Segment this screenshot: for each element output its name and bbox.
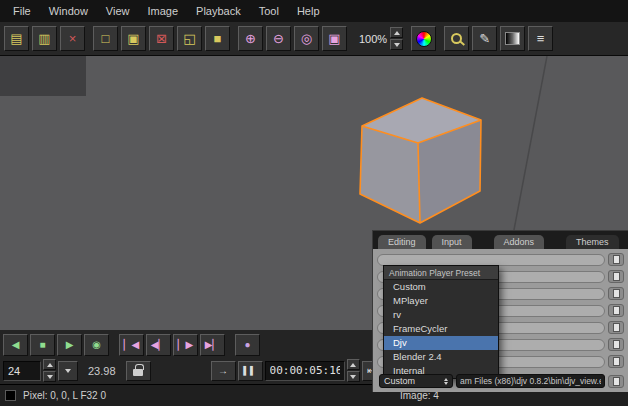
player-row: Custom bbox=[379, 374, 624, 388]
in-out-button[interactable]: ● bbox=[235, 334, 260, 356]
path-folder-button[interactable] bbox=[608, 375, 624, 388]
folder-button[interactable] bbox=[608, 287, 624, 300]
player-type-select[interactable]: Custom bbox=[379, 374, 453, 388]
frame-spinner-down[interactable] bbox=[43, 371, 56, 382]
zoom-level: 100% bbox=[359, 33, 387, 45]
preset-option-mplayer[interactable]: MPlayer bbox=[384, 294, 498, 308]
folder-button[interactable] bbox=[608, 304, 624, 317]
open-recent-icon: ▥ bbox=[38, 32, 50, 45]
player-path-field[interactable] bbox=[456, 374, 605, 388]
tab-addons[interactable]: Addons bbox=[494, 235, 545, 249]
preset-option-framecycler[interactable]: FrameCycler bbox=[384, 322, 498, 336]
file-button-group: ▤ ▥ × bbox=[4, 26, 85, 51]
prev-frame-button[interactable]: ◀▏ bbox=[146, 334, 171, 356]
zoom-reset-icon: ◎ bbox=[301, 32, 312, 45]
zoom-spinner-down[interactable] bbox=[390, 39, 403, 50]
menu-tool[interactable]: Tool bbox=[250, 2, 288, 20]
enum-arrows-icon bbox=[444, 378, 448, 385]
fullscreen-button[interactable]: ■ bbox=[205, 26, 230, 51]
timecode-spinner-up[interactable] bbox=[347, 359, 360, 370]
preset-option-custom[interactable]: Custom bbox=[384, 280, 498, 294]
view-zoom-in-button[interactable]: ⊕ bbox=[238, 26, 263, 51]
menu-view[interactable]: View bbox=[97, 2, 139, 20]
pause-button[interactable]: ▌▌ bbox=[238, 361, 263, 381]
timecode-spinner-down[interactable] bbox=[347, 371, 360, 382]
timecode-field[interactable] bbox=[265, 361, 345, 381]
zoom-in-icon: ⊕ bbox=[245, 32, 256, 45]
open-recent-button[interactable]: ▥ bbox=[32, 26, 57, 51]
end-frame-button[interactable]: ▶▏ bbox=[200, 334, 225, 356]
pixel-color-swatch bbox=[5, 390, 16, 401]
stop-icon: ■ bbox=[39, 340, 45, 350]
folder-button[interactable] bbox=[608, 338, 624, 351]
loop-icon: ◉ bbox=[92, 340, 101, 350]
tab-input[interactable]: Input bbox=[432, 235, 472, 249]
frame-field[interactable] bbox=[3, 361, 41, 381]
preferences-panel: Editing Input Addons Themes Animation Pl… bbox=[372, 230, 628, 392]
duplicate-window-icon: ▣ bbox=[127, 32, 139, 45]
loop-button[interactable]: ◉ bbox=[84, 334, 109, 356]
pixel-info-label: Pixel: 0, 0, L F32 0 bbox=[23, 390, 106, 401]
preset-dropdown: Animation Player Preset Custom MPlayer r… bbox=[383, 265, 499, 379]
open-file-button[interactable]: ▤ bbox=[4, 26, 29, 51]
folder-button[interactable] bbox=[608, 355, 624, 368]
fps-menu-button[interactable] bbox=[58, 361, 78, 381]
preset-option-rv[interactable]: rv bbox=[384, 308, 498, 322]
color-picker-button[interactable]: ✎ bbox=[472, 26, 497, 51]
color-picker-icon: ✎ bbox=[479, 32, 490, 45]
color-wheel-icon bbox=[416, 31, 432, 47]
menu-help[interactable]: Help bbox=[288, 2, 329, 20]
menu-window[interactable]: Window bbox=[40, 2, 97, 20]
tab-themes[interactable]: Themes bbox=[566, 235, 619, 249]
preset-option-djv[interactable]: Djv bbox=[384, 336, 498, 350]
folder-button[interactable] bbox=[608, 321, 624, 334]
menu-image[interactable]: Image bbox=[139, 2, 188, 20]
play-button[interactable]: ▶ bbox=[57, 334, 82, 356]
tab-editing[interactable]: Editing bbox=[378, 235, 426, 249]
fit-window-button[interactable]: ◱ bbox=[177, 26, 202, 51]
file-icon bbox=[613, 306, 620, 315]
zoom-spinner-up[interactable] bbox=[390, 27, 403, 38]
preset-option-blender24[interactable]: Blender 2.4 bbox=[384, 350, 498, 364]
pref-field[interactable] bbox=[377, 254, 605, 266]
duplicate-window-button[interactable]: ▣ bbox=[121, 26, 146, 51]
next-frame-button[interactable]: ▏▶ bbox=[173, 334, 198, 356]
histogram-button[interactable] bbox=[500, 26, 525, 51]
menubar: File Window View Image Playback Tool Hel… bbox=[0, 0, 628, 22]
magnify-icon bbox=[451, 33, 462, 44]
close-window-button[interactable]: ⊠ bbox=[149, 26, 174, 51]
view-reset-button[interactable]: ◎ bbox=[294, 26, 319, 51]
frame-spinner bbox=[43, 359, 56, 382]
close-file-button[interactable]: × bbox=[60, 26, 85, 51]
up-arrow-icon bbox=[47, 363, 53, 367]
up-arrow-icon bbox=[350, 363, 356, 367]
view-fit-button[interactable]: ▣ bbox=[322, 26, 347, 51]
preset-dropdown-header: Animation Player Preset bbox=[384, 266, 498, 280]
folder-button[interactable] bbox=[608, 253, 624, 266]
stop-button[interactable]: ■ bbox=[30, 334, 55, 356]
reverse-button[interactable]: ◀ bbox=[3, 334, 28, 356]
display-profile-button[interactable] bbox=[411, 26, 436, 51]
magnify-button[interactable] bbox=[444, 26, 469, 51]
new-window-button[interactable]: □ bbox=[93, 26, 118, 51]
zoom-spinner bbox=[390, 27, 403, 50]
fit-window-icon: ◱ bbox=[183, 32, 195, 45]
frame-spinner-up[interactable] bbox=[43, 359, 56, 370]
menu-file[interactable]: File bbox=[4, 2, 40, 20]
view-zoom-out-button[interactable]: ⊖ bbox=[266, 26, 291, 51]
histogram-icon bbox=[505, 32, 520, 45]
timecode-spinner bbox=[347, 359, 360, 382]
folder-button[interactable] bbox=[608, 270, 624, 283]
info-icon: ≡ bbox=[537, 32, 545, 45]
cube bbox=[360, 98, 481, 223]
close-window-icon: ⊠ bbox=[156, 32, 167, 45]
view-button-group: ⊕ ⊖ ◎ ▣ bbox=[238, 26, 347, 51]
info-button[interactable]: ≡ bbox=[528, 26, 553, 51]
lock-button[interactable] bbox=[126, 361, 151, 381]
start-frame-button[interactable]: ▏◀ bbox=[119, 334, 144, 356]
prev-frame-icon: ◀▏ bbox=[151, 340, 166, 350]
end-frame-icon: ▶▏ bbox=[205, 340, 220, 350]
shuttle-button[interactable]: → bbox=[211, 361, 236, 381]
dropdown-arrow-icon bbox=[65, 369, 71, 373]
menu-playback[interactable]: Playback bbox=[187, 2, 250, 20]
